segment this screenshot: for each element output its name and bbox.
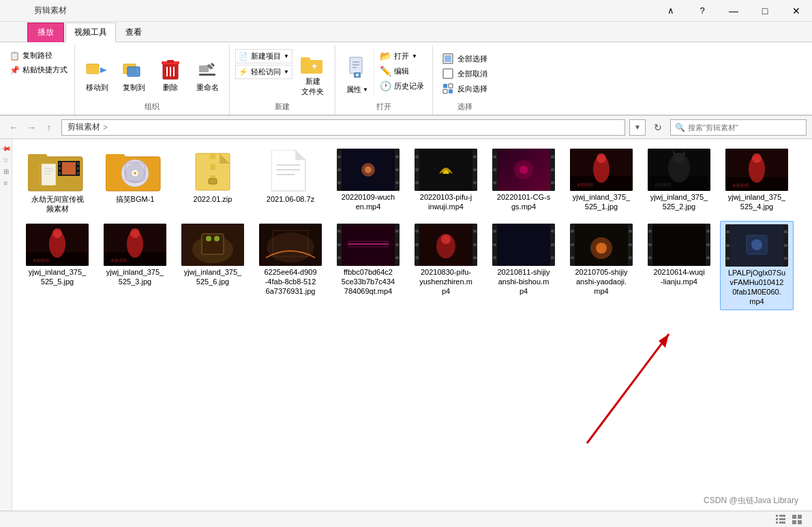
svg-rect-58 [210,164,215,170]
invert-selection-button[interactable]: 反向选择 [438,82,492,95]
file-item[interactable]: 20220109-wuchen.mp4 [331,146,405,217]
file-grid: 永劫无间宣传视频素材 搞笑 [12,139,812,511]
file-item[interactable]: 20220101-CG-sgs.mp4 [487,146,560,217]
svg-text:永劫无间: 永劫无间 [732,183,749,187]
file-item[interactable]: 永劫无间 yjwj_inland_375_525_3.jpg [98,221,172,310]
file-name: yjwj_inland_375_525_5.jpg [29,267,86,287]
file-item[interactable]: 永劫无间 yjwj_inland_375_525_4.jpg [720,146,794,217]
address-breadcrumb[interactable]: 剪辑素材 > [61,119,625,136]
svg-rect-16 [301,57,310,61]
status-bar [0,511,812,527]
tab-view[interactable]: 查看 [117,23,150,42]
maximize-button[interactable]: □ [749,0,781,22]
svg-rect-7 [167,60,174,63]
properties-button[interactable]: 属性 ▼ [341,49,374,97]
dropdown-arrow-icon: ▼ [284,53,289,59]
file-item[interactable]: 20210830-pifu-yushenzhiren.mp4 [409,221,483,310]
svg-rect-47 [62,162,76,175]
new-label: 新建 [235,102,329,113]
svg-rect-63 [209,179,217,184]
file-name: 20210705-shijiyanshi-yaodaoji.mp4 [575,267,627,297]
file-item-selected[interactable]: LPALPjOglx07SuvFAMHu0104120fab1M0E060.mp… [720,221,794,310]
address-dropdown-button[interactable]: ▼ [629,119,646,136]
svg-marker-65 [296,150,305,160]
file-name: yjwj_inland_375_525_1.jpg [573,192,630,212]
file-item[interactable]: 永劫无间宣传视频素材 [20,146,94,217]
copy-path-button[interactable]: 📋 复制路径 [7,49,70,62]
file-item[interactable]: 20210705-shijiyanshi-yaodaoji.mp4 [565,221,638,310]
svg-rect-131 [798,515,802,519]
edit-button[interactable]: ✏️ 编辑 [377,64,427,78]
back-icon: ← [9,122,18,133]
forward-icon: → [27,122,36,133]
help-button[interactable]: ∧ [655,0,687,22]
history-button[interactable]: 🕐 历史记录 [377,79,427,93]
new-folder-button[interactable]: + 新建 文件夹 [297,49,329,100]
tab-play[interactable]: 播放 [27,22,64,42]
close-button[interactable]: ✕ [781,0,812,22]
rename-button[interactable]: 重命名 [191,55,224,95]
pin-icon-1: 📌 [0,142,11,153]
svg-rect-28 [449,84,453,88]
new-item-icon: 📄 [239,52,248,61]
svg-rect-30 [449,89,453,93]
file-name: yjwj_inland_375_525_3.jpg [106,267,164,287]
file-item[interactable]: 2022.01.zip [176,146,250,217]
move-to-button[interactable]: 移动到 [80,55,113,95]
svg-rect-49 [106,154,125,160]
svg-point-75 [520,166,528,174]
select-all-button[interactable]: 全部选择 [438,52,492,65]
file-name: 20210614-wuqi-lianju.mp4 [653,267,704,287]
svg-point-79 [597,153,606,163]
file-item[interactable]: 永劫无间 yjwj_inland_375_525_2.jpg [642,146,716,217]
open-button[interactable]: 📂 打开 ▼ [377,49,427,63]
deselect-all-button[interactable]: 全部取消 [438,67,492,80]
file-item[interactable]: 永劫无间 yjwj_inland_375_525_1.jpg [565,146,638,217]
file-item[interactable]: 6225ee64-d909-4fab-8cb8-5126a7376931.jpg [254,221,327,310]
svg-rect-127 [779,515,785,517]
breadcrumb-path: 剪辑素材 [67,121,100,133]
file-name: yjwj_inland_375_525_2.jpg [650,192,708,212]
up-icon: ↑ [47,122,52,133]
file-item[interactable]: 20210614-wuqi-lianju.mp4 [642,221,716,310]
search-box[interactable]: 🔍 [670,119,807,136]
file-item[interactable]: 永劫无间 yjwj_inland_375_525_5.jpg [20,221,94,310]
up-button[interactable]: ↑ [41,119,57,136]
file-item[interactable]: 搞笑BGM-1 [98,146,172,217]
copy-to-button[interactable]: 复制到 [117,55,150,95]
new-item-button[interactable]: 📄 新建项目 ▼ [235,49,292,63]
edit-icon: ✏️ [380,65,391,76]
svg-rect-126 [776,522,778,524]
view-icon-list[interactable] [774,513,787,526]
file-item[interactable]: 20210811-shijiyanshi-bishou.mp4 [487,221,560,310]
watermark: CSDN @虫链Java Library [704,495,798,507]
delete-icon [158,58,183,82]
quick-access-arrow-icon: ▼ [284,69,289,75]
view-icon-grid[interactable] [790,513,804,526]
file-item[interactable]: ffbbc07bd64c25ce33b7b7c434784069qt.mp4 [331,221,405,310]
file-name: 2022.01.zip [194,194,232,204]
close-icon: ✕ [792,5,800,16]
search-input[interactable] [688,123,790,132]
file-item[interactable]: 2021.06-08.7z [254,146,327,217]
forward-button[interactable]: → [23,119,40,136]
paste-shortcut-button[interactable]: 📌 粘贴快捷方式 [7,63,70,76]
breadcrumb-separator: > [103,123,108,132]
svg-point-53 [134,172,136,175]
svg-rect-45 [77,167,79,170]
file-item[interactable]: yjwj_inland_375_525_6.jpg [176,221,250,310]
quick-access-button[interactable]: ⚡ 轻松访问 ▼ [235,65,292,79]
tab-video-tools[interactable]: 视频工具 [65,22,116,42]
refresh-button[interactable]: ↻ [650,119,666,136]
back-button[interactable]: ← [5,119,22,136]
ribbon-section-clipboard: 📋 复制路径 📌 粘贴快捷方式 [3,45,75,115]
svg-rect-125 [776,518,778,520]
help-icon: ∧ [667,5,674,16]
svg-rect-46 [77,172,79,175]
delete-button[interactable]: 删除 [154,55,187,95]
help-icon-btn[interactable]: ? [687,0,718,22]
minimize-button[interactable]: — [718,0,749,22]
svg-rect-1 [87,67,99,74]
file-item[interactable]: 20220103-pifu-jinwuji.mp4 [409,146,483,217]
svg-text:永劫无间: 永劫无间 [33,258,49,262]
